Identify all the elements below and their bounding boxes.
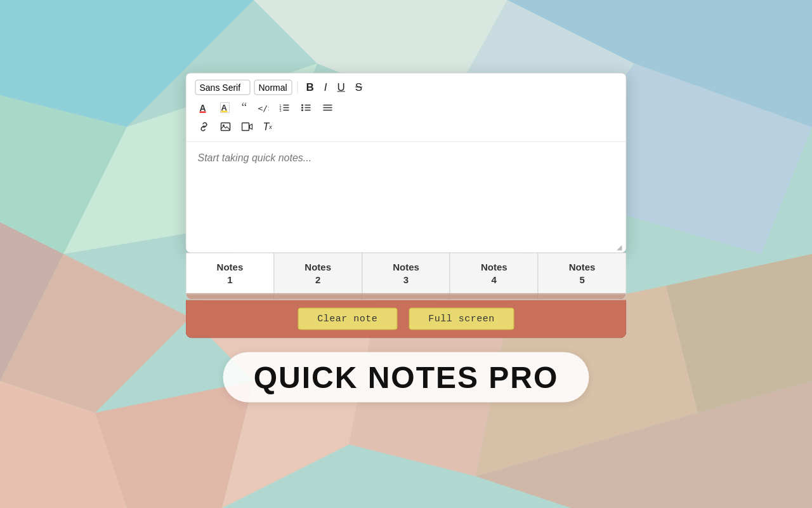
align-icon: [322, 102, 333, 113]
tabs-bar: Notes1 Notes2 Notes3 Notes4 Notes5: [186, 253, 627, 300]
code-button[interactable]: </>: [254, 100, 272, 114]
tabs-row: Notes1 Notes2 Notes3 Notes4 Notes5: [187, 253, 626, 295]
app-title: QUICK NOTES PRO: [223, 352, 589, 403]
align-button[interactable]: [318, 100, 336, 114]
link-button[interactable]: [195, 120, 213, 134]
underline-button[interactable]: U: [334, 80, 348, 95]
full-screen-button[interactable]: Full screen: [409, 308, 514, 330]
text-color-icon: A: [199, 102, 210, 113]
toolbar-row-2: A A “ </>: [195, 99, 617, 116]
video-icon: [242, 121, 253, 133]
image-icon: [220, 121, 232, 133]
strikethrough-button[interactable]: S: [352, 80, 365, 95]
notes-textarea[interactable]: [187, 142, 626, 250]
toolbar-row-1: Sans Serif Serif Monospace Small Normal …: [195, 80, 617, 95]
svg-point-36: [301, 109, 303, 111]
unordered-list-button[interactable]: [297, 100, 315, 114]
image-button[interactable]: [217, 120, 235, 134]
video-button[interactable]: [239, 120, 256, 134]
italic-button[interactable]: I: [321, 80, 331, 95]
unordered-list-icon: [300, 102, 311, 113]
toolbar: Sans Serif Serif Monospace Small Normal …: [187, 74, 626, 142]
tab-notes-4[interactable]: Notes4: [450, 253, 539, 293]
code-icon: </>: [257, 102, 268, 113]
svg-text:A: A: [200, 102, 206, 112]
action-bar: Clear note Full screen: [186, 300, 627, 338]
svg-rect-23: [221, 110, 228, 112]
tab-indicator-3: [362, 295, 450, 300]
ordered-list-icon: 1. 2. 3.: [278, 102, 290, 113]
toolbar-row-3: Tx: [195, 120, 617, 134]
tab-notes-3[interactable]: Notes3: [362, 253, 450, 293]
link-icon: [199, 121, 210, 133]
text-highlight-button[interactable]: A: [217, 100, 235, 114]
svg-text:A: A: [221, 102, 228, 112]
svg-rect-42: [242, 123, 249, 131]
svg-point-35: [301, 107, 303, 109]
ordered-list-button[interactable]: 1. 2. 3.: [275, 100, 293, 114]
font-family-select[interactable]: Sans Serif Serif Monospace: [195, 80, 251, 95]
clear-format-button[interactable]: Tx: [260, 120, 275, 134]
toolbar-divider-1: [298, 81, 298, 94]
svg-rect-40: [221, 123, 230, 131]
font-select-wrapper: Sans Serif Serif Monospace: [195, 80, 251, 95]
tab-indicator-2: [274, 295, 362, 300]
tab-notes-5[interactable]: Notes5: [539, 253, 626, 293]
tab-indicator-4: [450, 295, 539, 300]
clear-note-button[interactable]: Clear note: [298, 308, 397, 330]
svg-point-34: [301, 104, 303, 106]
font-size-wrapper: Small Normal Large Huge: [254, 80, 292, 95]
editor-wrapper: ◢: [187, 142, 626, 253]
svg-rect-20: [200, 111, 206, 112]
tab-notes-2[interactable]: Notes2: [274, 253, 362, 293]
bold-button[interactable]: B: [303, 80, 317, 95]
editor-card: Sans Serif Serif Monospace Small Normal …: [186, 73, 627, 253]
font-size-select[interactable]: Small Normal Large Huge: [254, 80, 292, 95]
text-color-button[interactable]: A: [195, 100, 213, 114]
tab-indicator-1: [187, 295, 275, 300]
svg-text:</>: </>: [258, 103, 268, 112]
tabs-indicator-row: [187, 295, 626, 300]
blockquote-button[interactable]: “: [239, 99, 251, 116]
tab-notes-1[interactable]: Notes1: [187, 253, 275, 293]
resize-handle[interactable]: ◢: [617, 243, 624, 251]
center-panel: Sans Serif Serif Monospace Small Normal …: [186, 73, 627, 403]
tab-indicator-5: [539, 295, 626, 300]
svg-text:3.: 3.: [279, 108, 282, 112]
text-highlight-icon: A: [220, 102, 232, 113]
